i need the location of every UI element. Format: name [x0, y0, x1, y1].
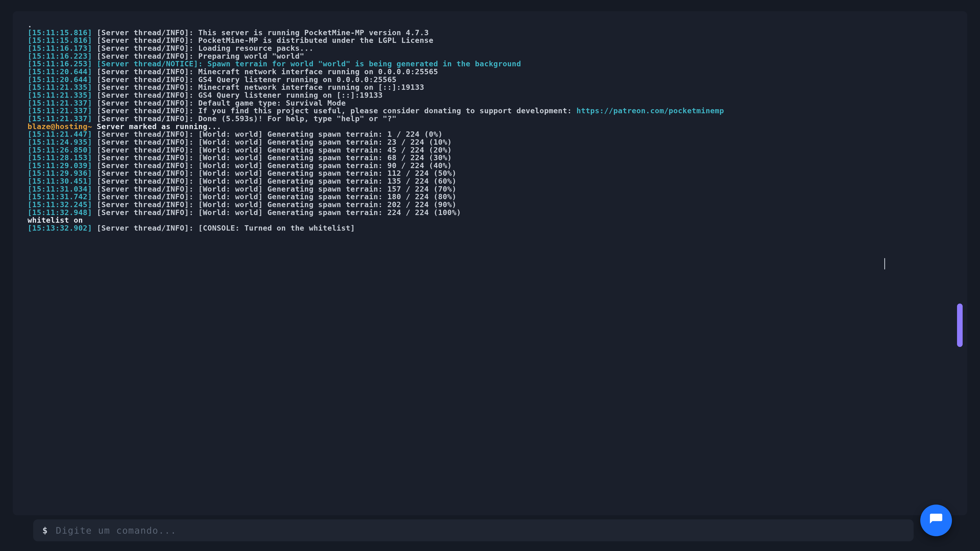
- log-url[interactable]: https://patreon.com/pocketminemp: [576, 106, 724, 115]
- command-input-bar[interactable]: $: [33, 519, 914, 541]
- console-log[interactable]: .[15:11:15.816] [Server thread/INFO]: Th…: [27, 21, 953, 232]
- log-timestamp: [15:11:31.742]: [27, 192, 92, 201]
- log-message: [World: world] Generating spawn terrain:…: [198, 177, 457, 186]
- log-message: [World: world] Generating spawn terrain:…: [198, 200, 457, 209]
- log-line: [15:11:32.245] [Server thread/INFO]: [Wo…: [27, 201, 953, 209]
- user-command: whitelist on: [27, 216, 83, 224]
- log-timestamp: [15:11:29.039]: [27, 161, 92, 170]
- log-message: Spawn terrain for world "world" is being…: [207, 59, 521, 68]
- log-tag: [Server thread/INFO]:: [97, 91, 194, 100]
- log-tag: [Server thread/INFO]:: [97, 28, 194, 37]
- log-tag: [Server thread/INFO]:: [97, 99, 194, 107]
- log-timestamp: [15:11:21.335]: [27, 91, 92, 100]
- log-tag: [Server thread/INFO]:: [97, 83, 194, 92]
- log-timestamp: [15:11:21.337]: [27, 114, 92, 123]
- log-timestamp: [15:11:15.816]: [27, 28, 92, 37]
- log-tag: [Server thread/INFO]:: [97, 161, 194, 170]
- log-line: [15:11:15.816] [Server thread/INFO]: Poc…: [27, 37, 953, 44]
- log-line: blaze@hosting~ Server marked as running.…: [27, 123, 953, 130]
- log-message: This server is running PocketMine-MP ver…: [198, 28, 429, 37]
- console-panel: .[15:11:15.816] [Server thread/INFO]: Th…: [13, 11, 967, 515]
- log-timestamp: [15:11:26.850]: [27, 146, 92, 154]
- log-timestamp: [15:11:21.447]: [27, 130, 92, 138]
- log-line: whitelist on: [27, 216, 953, 224]
- log-timestamp: [15:11:20.644]: [27, 75, 92, 84]
- log-message: [World: world] Generating spawn terrain:…: [198, 169, 457, 178]
- log-line: [15:11:20.644] [Server thread/INFO]: Min…: [27, 68, 953, 76]
- log-message: GS4 Query listener running on 0.0.0.0:25…: [198, 75, 396, 84]
- log-message: Minecraft network interface running on 0…: [198, 67, 438, 76]
- log-timestamp: [15:11:16.173]: [27, 44, 92, 52]
- scrollbar-thumb[interactable]: [957, 303, 963, 347]
- log-line: [15:11:15.816] [Server thread/INFO]: Thi…: [27, 29, 953, 37]
- log-message: [World: world] Generating spawn terrain:…: [198, 192, 457, 201]
- log-tag: [Server thread/INFO]:: [97, 192, 194, 201]
- log-line: [15:11:21.337] [Server thread/INFO]: Don…: [27, 115, 953, 123]
- log-line: .: [27, 21, 953, 29]
- text-cursor-icon: [884, 258, 885, 269]
- log-line: [15:11:21.335] [Server thread/INFO]: GS4…: [27, 91, 953, 99]
- log-tag: [Server thread/INFO]:: [97, 75, 194, 84]
- log-message: If you find this project useful, please …: [198, 106, 576, 115]
- log-line: [15:11:32.948] [Server thread/INFO]: [Wo…: [27, 209, 953, 217]
- log-timestamp: [15:11:29.936]: [27, 169, 92, 178]
- log-timestamp: [15:11:15.816]: [27, 36, 92, 44]
- log-message: Minecraft network interface running on […: [198, 83, 425, 92]
- log-tag: [Server thread/NOTICE]:: [97, 59, 203, 68]
- chat-button[interactable]: [920, 505, 952, 536]
- log-line: [15:11:21.335] [Server thread/INFO]: Min…: [27, 83, 953, 91]
- log-timestamp: [15:11:31.034]: [27, 185, 92, 193]
- shell-prompt-message: Server marked as running...: [97, 122, 221, 131]
- log-line: [15:13:32.902] [Server thread/INFO]: [CO…: [27, 224, 953, 232]
- log-message: [World: world] Generating spawn terrain:…: [198, 161, 452, 170]
- log-message: GS4 Query listener running on [::]:19133: [198, 91, 383, 100]
- log-message: Done (5.593s)! For help, type "help" or …: [198, 114, 396, 123]
- log-line: [15:11:21.447] [Server thread/INFO]: [Wo…: [27, 130, 953, 138]
- log-tag: [Server thread/INFO]:: [97, 44, 194, 52]
- log-tag: [Server thread/INFO]:: [97, 185, 194, 193]
- log-tag: [Server thread/INFO]:: [97, 67, 194, 76]
- command-input[interactable]: [56, 525, 904, 536]
- log-message: PocketMine-MP is distributed under the L…: [198, 36, 434, 44]
- log-message: [CONSOLE: Turned on the whitelist]: [198, 224, 355, 232]
- log-tag: [Server thread/INFO]:: [97, 130, 194, 138]
- log-line: [15:11:29.039] [Server thread/INFO]: [Wo…: [27, 162, 953, 170]
- log-timestamp: [15:11:32.245]: [27, 200, 92, 209]
- log-line: [15:11:16.173] [Server thread/INFO]: Loa…: [27, 44, 953, 52]
- log-message: [World: world] Generating spawn terrain:…: [198, 153, 452, 162]
- log-message: [World: world] Generating spawn terrain:…: [198, 130, 443, 138]
- log-tag: [Server thread/INFO]:: [97, 52, 194, 60]
- log-line: [15:11:16.253] [Server thread/NOTICE]: S…: [27, 60, 953, 68]
- log-text: .: [27, 21, 32, 29]
- log-tag: [Server thread/INFO]:: [97, 208, 194, 217]
- log-line: [15:11:31.034] [Server thread/INFO]: [Wo…: [27, 185, 953, 193]
- log-timestamp: [15:11:24.935]: [27, 138, 92, 146]
- log-tag: [Server thread/INFO]:: [97, 146, 194, 154]
- log-message: [World: world] Generating spawn terrain:…: [198, 185, 457, 193]
- log-tag: [Server thread/INFO]:: [97, 169, 194, 178]
- log-line: [15:11:29.936] [Server thread/INFO]: [Wo…: [27, 169, 953, 177]
- log-line: [15:11:30.451] [Server thread/INFO]: [Wo…: [27, 177, 953, 185]
- log-timestamp: [15:11:21.337]: [27, 99, 92, 107]
- log-line: [15:11:20.644] [Server thread/INFO]: GS4…: [27, 76, 953, 84]
- log-line: [15:11:26.850] [Server thread/INFO]: [Wo…: [27, 146, 953, 154]
- log-timestamp: [15:11:32.948]: [27, 208, 92, 217]
- log-tag: [Server thread/INFO]:: [97, 177, 194, 186]
- log-timestamp: [15:11:28.153]: [27, 153, 92, 162]
- log-timestamp: [15:11:21.337]: [27, 106, 92, 115]
- log-timestamp: [15:11:16.223]: [27, 52, 92, 60]
- log-timestamp: [15:13:32.902]: [27, 224, 92, 232]
- prompt-symbol: $: [42, 525, 48, 535]
- log-tag: [Server thread/INFO]:: [97, 36, 194, 44]
- log-message: [World: world] Generating spawn terrain:…: [198, 138, 452, 146]
- log-timestamp: [15:11:21.335]: [27, 83, 92, 92]
- log-line: [15:11:16.223] [Server thread/INFO]: Pre…: [27, 52, 953, 60]
- log-tag: [Server thread/INFO]:: [97, 153, 194, 162]
- log-line: [15:11:21.337] [Server thread/INFO]: Def…: [27, 99, 953, 107]
- log-message: [World: world] Generating spawn terrain:…: [198, 146, 452, 154]
- log-tag: [Server thread/INFO]:: [97, 114, 194, 123]
- log-timestamp: [15:11:16.253]: [27, 59, 92, 68]
- console-app: .[15:11:15.816] [Server thread/INFO]: Th…: [0, 0, 980, 551]
- chat-bubble-icon: [929, 513, 943, 528]
- log-timestamp: [15:11:20.644]: [27, 67, 92, 76]
